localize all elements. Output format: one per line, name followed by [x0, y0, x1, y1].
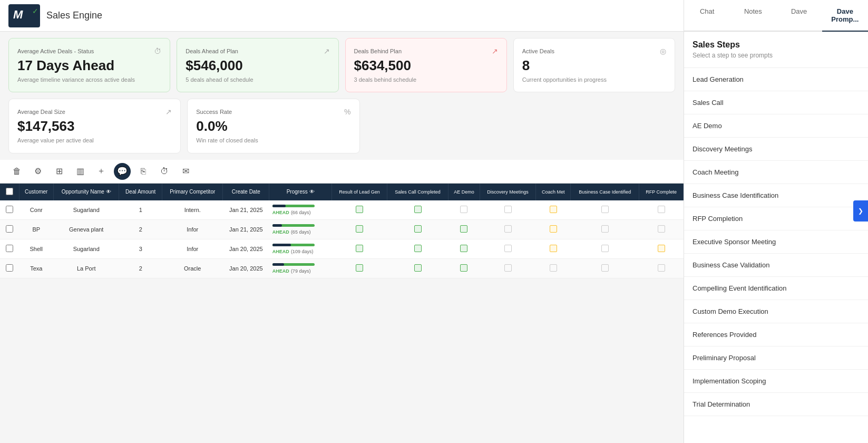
floating-action-button[interactable]: ❯ [853, 200, 868, 222]
status-checkbox[interactable] [601, 225, 609, 233]
step-item-compelling-event-identification[interactable]: Compelling Event Identification [684, 277, 868, 300]
status-checkbox[interactable] [414, 264, 422, 272]
step-item-implementation-scoping[interactable]: Implementation Scoping [684, 370, 868, 393]
add-button[interactable]: ＋ [93, 163, 110, 180]
app-title: Sales Engine [46, 10, 102, 21]
cell-biz_case[interactable] [571, 239, 639, 258]
status-checkbox[interactable] [550, 225, 557, 233]
status-checkbox[interactable] [460, 225, 467, 233]
status-checkbox[interactable] [658, 245, 665, 252]
cell-lead_gen[interactable] [331, 258, 387, 278]
cell-ae_demo[interactable] [448, 239, 480, 258]
settings-button[interactable]: ⚙ [30, 163, 46, 180]
tab-dave[interactable]: Dave [776, 0, 822, 32]
status-checkbox[interactable] [504, 206, 512, 213]
status-checkbox[interactable] [658, 206, 665, 213]
status-checkbox[interactable] [414, 245, 422, 252]
step-item-custom-demo-execution[interactable]: Custom Demo Execution [684, 300, 868, 323]
status-checkbox[interactable] [356, 225, 363, 233]
step-item-rfp-completion[interactable]: RFP Completion [684, 207, 868, 230]
row-checkbox[interactable] [6, 245, 13, 252]
step-item-business-case-identification[interactable]: Business Case Identification [684, 184, 868, 207]
status-checkbox[interactable] [504, 245, 512, 252]
cell-coach[interactable] [536, 200, 571, 220]
status-checkbox[interactable] [414, 206, 422, 213]
status-checkbox[interactable] [504, 264, 512, 272]
cell-biz_case[interactable] [571, 219, 639, 239]
cell-customer: BP [19, 219, 54, 239]
status-checkbox[interactable] [550, 264, 557, 272]
status-checkbox[interactable] [356, 264, 363, 272]
cell-discovery[interactable] [480, 239, 535, 258]
step-item-discovery-meetings[interactable]: Discovery Meetings [684, 138, 868, 161]
table-container: Customer Opportunity Name 👁 Deal Amount … [0, 184, 684, 443]
step-item-executive-sponsor-meeting[interactable]: Executive Sponsor Meeting [684, 230, 868, 254]
tab-dave-prompts[interactable]: Dave Promp... [822, 0, 868, 32]
step-item-references-provided[interactable]: References Provided [684, 323, 868, 346]
metric-label-2: Deals Ahead of Plan ↗ [186, 47, 329, 55]
chat-button[interactable]: 💬 [114, 163, 131, 180]
cell-sales_call[interactable] [387, 239, 448, 258]
select-all-checkbox[interactable] [6, 188, 13, 195]
grid-button[interactable]: ⊞ [51, 163, 67, 180]
trash-button[interactable]: 🗑 [8, 163, 25, 180]
cell-lead_gen[interactable] [331, 239, 387, 258]
cell-sales_call[interactable] [387, 219, 448, 239]
cell-biz_case[interactable] [571, 258, 639, 278]
cell-rfp[interactable] [639, 258, 684, 278]
row-checkbox[interactable] [6, 206, 13, 213]
status-checkbox[interactable] [356, 206, 363, 213]
cell-competitor: Oracle [162, 258, 223, 278]
timer-button[interactable]: ⏱ [156, 163, 173, 180]
cell-sales_call[interactable] [387, 200, 448, 220]
cell-coach[interactable] [536, 219, 571, 239]
cell-discovery[interactable] [480, 258, 535, 278]
step-item-lead-generation[interactable]: Lead Generation [684, 68, 868, 91]
step-item-sales-call[interactable]: Sales Call [684, 91, 868, 114]
row-checkbox[interactable] [6, 225, 13, 233]
cell-coach[interactable] [536, 258, 571, 278]
step-item-ae-demo[interactable]: AE Demo [684, 114, 868, 138]
cell-sales_call[interactable] [387, 258, 448, 278]
status-checkbox[interactable] [460, 264, 467, 272]
metrics-row-1: Average Active Deals - Status ⏱ 17 Days … [0, 32, 684, 99]
cell-coach[interactable] [536, 239, 571, 258]
status-checkbox[interactable] [504, 225, 512, 233]
cell-ae_demo[interactable] [448, 219, 480, 239]
cell-lead_gen[interactable] [331, 200, 387, 220]
cell-discovery[interactable] [480, 200, 535, 220]
step-item-coach-meeting[interactable]: Coach Meeting [684, 161, 868, 184]
cell-rfp[interactable] [639, 219, 684, 239]
metric-active-deals: Active Deals ◎ 8 Current opportunities i… [513, 38, 675, 92]
cell-rfp[interactable] [639, 239, 684, 258]
th-customer: Customer [19, 184, 54, 200]
step-item-business-case-validation[interactable]: Business Case Validation [684, 254, 868, 277]
cell-ae_demo[interactable] [448, 200, 480, 220]
cell-biz_case[interactable] [571, 200, 639, 220]
metric-sub-6: Win rate of closed deals [196, 137, 350, 144]
status-checkbox[interactable] [658, 225, 665, 233]
status-checkbox[interactable] [550, 206, 557, 213]
copy-button[interactable]: ⎘ [135, 163, 152, 180]
status-checkbox[interactable] [356, 245, 363, 252]
deals-table: Customer Opportunity Name 👁 Deal Amount … [0, 184, 684, 278]
cell-discovery[interactable] [480, 219, 535, 239]
cell-rfp[interactable] [639, 200, 684, 220]
columns-button[interactable]: ▥ [72, 163, 89, 180]
status-checkbox[interactable] [601, 206, 609, 213]
cell-ae_demo[interactable] [448, 258, 480, 278]
step-item-preliminary-proposal[interactable]: Preliminary Proposal [684, 346, 868, 370]
status-checkbox[interactable] [414, 225, 422, 233]
status-checkbox[interactable] [601, 245, 609, 252]
step-item-trial-determination[interactable]: Trial Determination [684, 393, 868, 416]
status-checkbox[interactable] [550, 245, 557, 252]
row-checkbox[interactable] [6, 264, 13, 272]
tab-chat[interactable]: Chat [684, 0, 730, 32]
status-checkbox[interactable] [460, 206, 467, 213]
cell-lead_gen[interactable] [331, 219, 387, 239]
status-checkbox[interactable] [658, 264, 665, 272]
tab-notes[interactable]: Notes [730, 0, 776, 32]
status-checkbox[interactable] [601, 264, 609, 272]
status-checkbox[interactable] [460, 245, 467, 252]
email-button[interactable]: ✉ [177, 163, 194, 180]
